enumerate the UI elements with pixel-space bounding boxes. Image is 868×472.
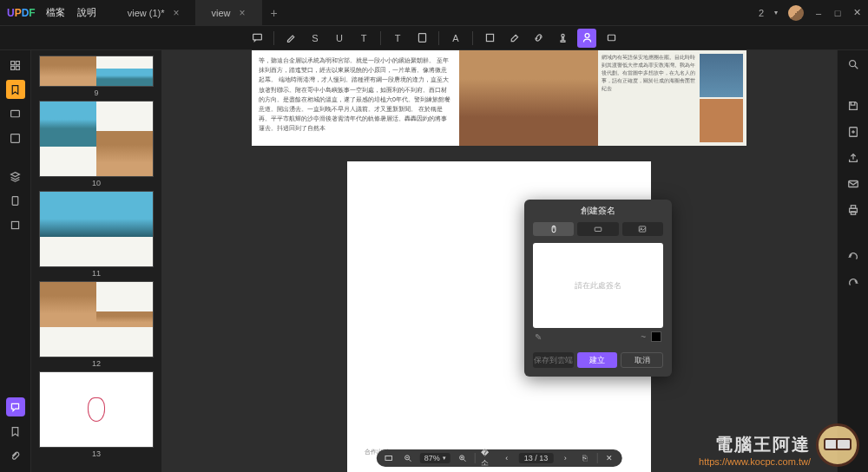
save-icon[interactable] xyxy=(845,97,862,115)
layers-icon[interactable] xyxy=(6,167,25,186)
create-button[interactable]: 建立 xyxy=(577,352,618,368)
thumbnail[interactable]: 10 xyxy=(39,101,154,187)
comments-list-icon[interactable] xyxy=(6,104,25,123)
svg-rect-18 xyxy=(385,456,392,461)
pencil-icon[interactable]: A xyxy=(446,29,465,48)
clip-icon[interactable] xyxy=(6,446,25,465)
svg-rect-26 xyxy=(851,212,855,215)
redo-icon[interactable] xyxy=(845,274,862,292)
svg-rect-7 xyxy=(16,61,19,64)
tab-label: view (1)* xyxy=(128,8,165,18)
tab-label: view xyxy=(212,8,231,18)
attachment-icon[interactable] xyxy=(602,29,621,48)
document-canvas[interactable]: 等，聽遠台金層以承統為明和宮部。就是一段小小的繽紛聚朝群。 至年抹到西方，踏進雙… xyxy=(161,50,837,472)
style-icon[interactable]: ~ xyxy=(641,332,646,342)
page-indicator[interactable]: 13 / 13 xyxy=(519,453,554,463)
textbox-icon[interactable]: T xyxy=(388,29,407,48)
svg-rect-0 xyxy=(253,34,261,40)
tab-keyboard-sign[interactable] xyxy=(577,222,618,236)
cancel-button[interactable]: 取消 xyxy=(621,352,663,368)
svg-rect-1 xyxy=(418,34,425,43)
signature-icon[interactable] xyxy=(577,29,596,48)
zoom-level[interactable]: 87%▾ xyxy=(420,453,450,463)
left-rail xyxy=(0,50,31,472)
note-icon[interactable] xyxy=(412,29,431,48)
fit-width-icon[interactable] xyxy=(382,451,396,465)
comment-icon[interactable] xyxy=(247,29,266,48)
close-icon[interactable]: × xyxy=(174,7,180,19)
signature-canvas[interactable]: 請在此處簽名 xyxy=(533,243,663,328)
next-page-icon[interactable]: › xyxy=(558,451,572,465)
thumb-label: 11 xyxy=(92,269,101,278)
link-icon[interactable] xyxy=(529,29,548,48)
tab-view[interactable]: view × xyxy=(196,0,262,25)
menu-help[interactable]: 說明 xyxy=(77,6,96,19)
signature-dialog: 創建簽名 請在此處簽名 ✎ ~ 保存到雲端 建立 取消 xyxy=(524,200,672,377)
thumbnail[interactable]: 11 xyxy=(39,191,154,278)
dialog-title: 創建簽名 xyxy=(524,200,672,222)
first-page-icon[interactable]: �소 xyxy=(481,451,495,465)
undo-icon[interactable] xyxy=(845,248,862,266)
chevron-down-icon[interactable]: ▾ xyxy=(774,9,778,16)
thumbnails-icon[interactable] xyxy=(6,56,25,75)
tab-add[interactable]: + xyxy=(262,6,286,20)
zoom-in-icon[interactable] xyxy=(456,451,470,465)
shape-icon[interactable] xyxy=(480,29,499,48)
attachments-icon[interactable] xyxy=(6,191,25,210)
stamp-icon[interactable] xyxy=(553,29,572,48)
export-icon[interactable] xyxy=(845,123,862,141)
pen-icon[interactable]: ✎ xyxy=(535,332,542,342)
thumbnail[interactable]: 12 xyxy=(39,281,154,368)
svg-rect-5 xyxy=(608,35,615,41)
highlight-icon[interactable] xyxy=(281,29,300,48)
notification-count[interactable]: 2 xyxy=(759,8,764,18)
thumb-label: 13 xyxy=(92,449,101,458)
text-icon[interactable]: T xyxy=(354,29,373,48)
svg-rect-6 xyxy=(11,61,15,64)
page-previous: 等，聽遠台金層以承統為明和宮部。就是一段小小的繽紛聚朝群。 至年抹到西方，踏進雙… xyxy=(252,50,746,146)
zoom-out-icon[interactable] xyxy=(401,451,415,465)
minimize-button[interactable]: – xyxy=(814,9,823,17)
tab-view1[interactable]: view (1)* × xyxy=(112,0,196,25)
bookmark-add-icon[interactable] xyxy=(6,422,25,441)
chat-icon[interactable] xyxy=(6,397,25,416)
color-picker[interactable] xyxy=(651,331,661,342)
svg-point-21 xyxy=(849,61,855,67)
avatar[interactable] xyxy=(788,5,804,21)
close-bar-icon[interactable]: ✕ xyxy=(602,451,616,465)
thumbnail-panel: 9 10 11 12 13 xyxy=(31,50,161,472)
prev-page-icon[interactable]: ‹ xyxy=(500,451,514,465)
tab-mouse-sign[interactable] xyxy=(533,222,574,236)
right-rail xyxy=(837,50,868,472)
thumb-label: 10 xyxy=(92,179,101,187)
thumbnail[interactable]: 9 xyxy=(39,56,154,97)
close-button[interactable]: ✕ xyxy=(852,9,861,17)
thumb-label: 12 xyxy=(92,359,101,368)
close-icon[interactable]: × xyxy=(240,7,246,19)
svg-rect-13 xyxy=(11,221,18,228)
menu-file[interactable]: 檔案 xyxy=(46,6,65,19)
maximize-button[interactable]: □ xyxy=(833,9,842,17)
svg-rect-8 xyxy=(11,66,15,69)
mail-icon[interactable] xyxy=(845,175,862,193)
print-icon[interactable] xyxy=(845,201,862,219)
underline-icon[interactable]: U xyxy=(330,29,349,48)
tab-image-sign[interactable] xyxy=(622,222,663,236)
crop-icon[interactable] xyxy=(6,215,25,234)
svg-rect-2 xyxy=(486,34,493,41)
last-page-icon[interactable]: ⎘ xyxy=(577,451,591,465)
fields-icon[interactable] xyxy=(6,128,25,148)
bookmarks-icon[interactable] xyxy=(6,80,25,99)
thumbnail[interactable]: 13 xyxy=(39,371,154,458)
svg-rect-12 xyxy=(12,196,18,205)
save-cloud-button[interactable]: 保存到雲端 xyxy=(533,352,574,368)
eraser-icon[interactable] xyxy=(504,29,523,48)
search-icon[interactable] xyxy=(845,56,862,73)
svg-rect-11 xyxy=(11,134,20,142)
strikethrough-icon[interactable]: S xyxy=(306,29,325,48)
svg-rect-23 xyxy=(848,181,858,187)
annotation-toolbar: S U T T A xyxy=(0,26,868,50)
share-icon[interactable] xyxy=(845,149,862,167)
thumb-label: 9 xyxy=(94,88,98,97)
svg-rect-25 xyxy=(851,206,855,209)
